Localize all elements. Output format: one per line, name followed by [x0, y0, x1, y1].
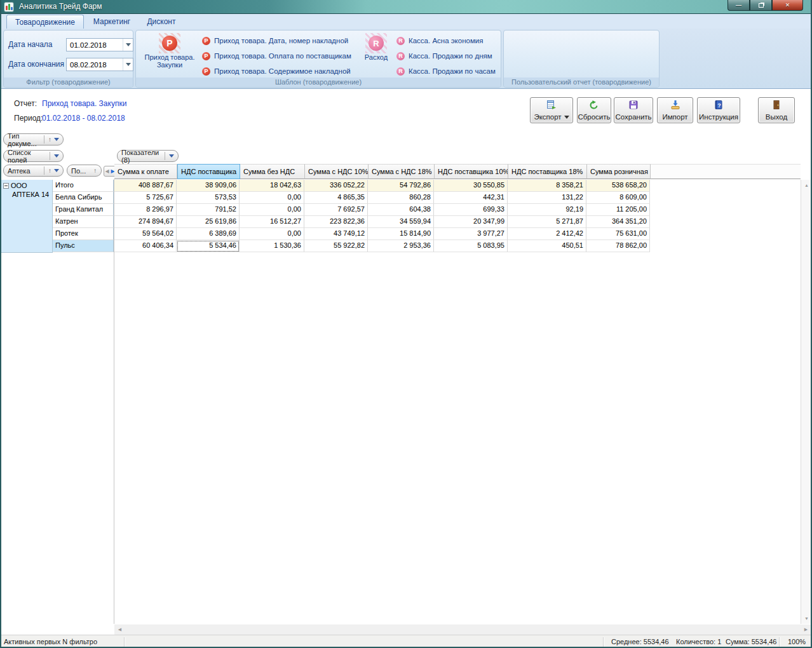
- doc-type-filter-pill[interactable]: Тип докуме...↑: [3, 133, 64, 145]
- scroll-up-icon[interactable]: ▲: [801, 180, 812, 191]
- vertical-scrollbar[interactable]: ▲ ▼: [801, 180, 811, 624]
- grid-cell[interactable]: 0,00: [240, 204, 304, 216]
- grid-cell[interactable]: 8 609,00: [586, 192, 650, 204]
- grid-cell[interactable]: 5 725,67: [114, 192, 177, 204]
- grid-cell[interactable]: 75 631,00: [586, 228, 650, 240]
- grid-cell[interactable]: 4 865,35: [304, 192, 368, 204]
- row-header[interactable]: Белла Сибирь: [53, 192, 114, 204]
- grid-cell[interactable]: 450,51: [508, 240, 586, 252]
- grid-cell[interactable]: 20 347,99: [434, 216, 508, 228]
- row-header[interactable]: Протек: [53, 228, 114, 240]
- grid-cell[interactable]: 6 389,69: [177, 228, 240, 240]
- income-date-invoice-button[interactable]: P Приход товара. Дата, номер накладной: [202, 34, 348, 47]
- pharmacy-filter-pill[interactable]: Аптека↑: [3, 165, 64, 177]
- grid-cell[interactable]: 2 953,36: [368, 240, 434, 252]
- grid-cell[interactable]: 3 977,27: [434, 228, 508, 240]
- restore-button[interactable]: [750, 0, 772, 11]
- grid-cell[interactable]: 7 692,57: [304, 204, 368, 216]
- grid-cell[interactable]: 408 887,67: [114, 180, 177, 192]
- close-button[interactable]: ✕: [772, 0, 803, 11]
- grid-cell[interactable]: 1 530,36: [240, 240, 304, 252]
- supplier-filter-pill[interactable]: По...↑: [67, 165, 102, 177]
- scroll-down-icon[interactable]: ▼: [801, 613, 812, 624]
- grid-cell[interactable]: 573,53: [177, 192, 240, 204]
- grid-cell[interactable]: 34 559,94: [368, 216, 434, 228]
- grid-cell[interactable]: 59 564,02: [114, 228, 177, 240]
- expense-button[interactable]: R Расход: [356, 32, 396, 78]
- row-header[interactable]: Катрен: [53, 216, 114, 228]
- row-header[interactable]: Итого: [53, 180, 114, 192]
- grid-cell[interactable]: 5 271,87: [508, 216, 586, 228]
- grid-cell[interactable]: 5 083,95: [434, 240, 508, 252]
- collapse-icon[interactable]: [3, 183, 9, 189]
- grid-cell[interactable]: 15 814,90: [368, 228, 434, 240]
- exit-button[interactable]: Выход: [758, 97, 795, 123]
- grid-cell[interactable]: 604,38: [368, 204, 434, 216]
- income-invoice-contents-button[interactable]: P Приход товара. Содержимое накладной: [202, 65, 351, 78]
- save-button[interactable]: Сохранить: [614, 97, 653, 123]
- column-header[interactable]: НДС поставщика 18%: [508, 164, 587, 179]
- reset-button[interactable]: Сбросить: [577, 97, 611, 123]
- grid-cell[interactable]: 274 894,67: [114, 216, 177, 228]
- grid-cell[interactable]: 38 909,06: [177, 180, 240, 192]
- grid-cell[interactable]: 55 922,82: [304, 240, 368, 252]
- grid-cell[interactable]: 92,19: [508, 204, 586, 216]
- grid-cell[interactable]: 699,33: [434, 204, 508, 216]
- chevron-down-icon[interactable]: [123, 58, 133, 71]
- grid-cell[interactable]: 223 822,36: [304, 216, 368, 228]
- grid-cell[interactable]: 54 792,86: [368, 180, 434, 192]
- tab-tovarodvizhenie[interactable]: Товародвижение: [6, 15, 84, 29]
- column-header[interactable]: Сумма с НДС 10%: [305, 164, 369, 179]
- income-payment-suppliers-button[interactable]: P Приход товара. Оплата по поставщикам: [202, 50, 351, 62]
- grid-cell[interactable]: 0,00: [240, 228, 304, 240]
- date-start-combo[interactable]: 01.02.2018: [66, 38, 133, 51]
- grid-cell[interactable]: 364 351,20: [586, 216, 650, 228]
- grid-cell[interactable]: 791,52: [177, 204, 240, 216]
- kassa-asna-button[interactable]: R Касса. Асна экономия: [396, 34, 483, 47]
- period-value[interactable]: 01.02.2018 - 08.02.2018: [42, 114, 125, 123]
- grid-cell[interactable]: 131,22: [508, 192, 586, 204]
- column-header[interactable]: Сумма без НДС: [240, 164, 305, 179]
- grid-cell[interactable]: 11 205,00: [586, 204, 650, 216]
- nav-left-icon[interactable]: ◀: [104, 166, 110, 176]
- row-header[interactable]: Гранд Капитал: [53, 204, 114, 216]
- export-button[interactable]: Экспорт: [530, 97, 573, 123]
- date-end-combo[interactable]: 08.02.2018: [66, 58, 133, 71]
- column-header[interactable]: Сумма розничная: [587, 164, 651, 179]
- column-header[interactable]: Сумма к оплате: [114, 164, 177, 179]
- manual-button[interactable]: ? Инструкция: [697, 97, 740, 123]
- indicators-pill[interactable]: Показатели (8): [117, 150, 179, 162]
- grid-cell[interactable]: 0,00: [240, 192, 304, 204]
- grid-cell[interactable]: 43 749,12: [304, 228, 368, 240]
- column-header[interactable]: Сумма с НДС 18%: [369, 164, 435, 179]
- import-button[interactable]: Импорт: [657, 97, 693, 123]
- pharmacy-tree-node[interactable]: ООО АПТЕКА 14: [1, 180, 53, 253]
- grid-cell[interactable]: 60 406,34: [114, 240, 177, 252]
- grid-cell[interactable]: 18 042,63: [240, 180, 304, 192]
- tab-marketing[interactable]: Маркетинг: [86, 15, 137, 29]
- grid-cell[interactable]: 30 550,85: [434, 180, 508, 192]
- grid-cell[interactable]: 16 512,27: [240, 216, 304, 228]
- chevron-down-icon[interactable]: [123, 39, 133, 51]
- report-name[interactable]: Приход товара. Закупки: [42, 99, 126, 108]
- column-header[interactable]: НДС поставщика 10%: [435, 164, 508, 179]
- grid-cell[interactable]: 860,28: [368, 192, 434, 204]
- title-bar[interactable]: Аналитика Трейд Фарм — ✕: [0, 0, 812, 14]
- field-list-pill[interactable]: Список полей: [3, 150, 64, 162]
- scroll-left-icon[interactable]: ◀: [114, 624, 125, 635]
- grid-cell[interactable]: 442,31: [434, 192, 508, 204]
- kassa-sales-by-day-button[interactable]: R Касса. Продажи по дням: [396, 50, 492, 62]
- grid-cell[interactable]: 538 658,20: [586, 180, 650, 192]
- grid-cell[interactable]: 25 619,86: [177, 216, 240, 228]
- grid-cell[interactable]: 78 862,00: [586, 240, 650, 252]
- column-header[interactable]: НДС поставщика: [177, 164, 240, 179]
- row-header[interactable]: Пульс: [53, 240, 114, 252]
- grid-cell[interactable]: 5 534,46: [177, 240, 240, 252]
- grid-cell[interactable]: 8 296,97: [114, 204, 177, 216]
- scroll-right-icon[interactable]: ▶: [801, 624, 811, 635]
- kassa-sales-by-hour-button[interactable]: R Касса. Продажи по часам: [396, 65, 496, 78]
- horizontal-scrollbar[interactable]: ◀ ▶: [114, 624, 811, 635]
- tab-discount[interactable]: Дисконт: [140, 15, 183, 29]
- minimize-button[interactable]: —: [727, 0, 750, 11]
- grid-cell[interactable]: 2 412,42: [508, 228, 586, 240]
